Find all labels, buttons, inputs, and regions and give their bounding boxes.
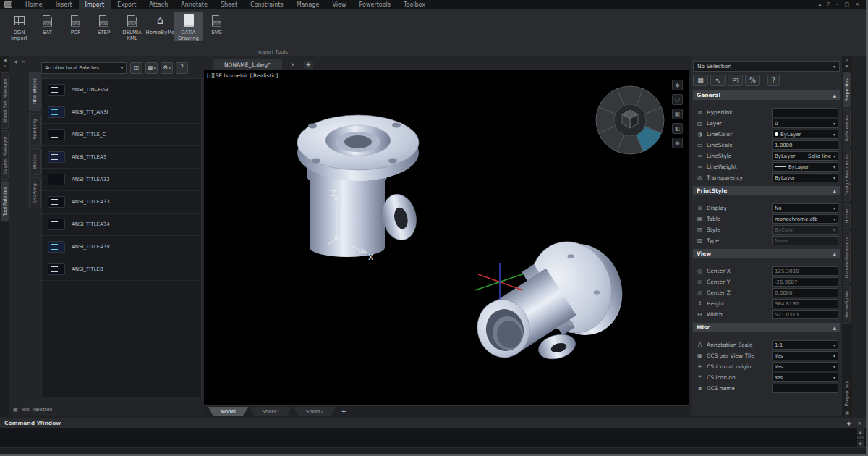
view-options-button[interactable]: ▦▾ [145,62,158,74]
close-icon[interactable]: × [22,59,25,64]
viewport-widget-button[interactable]: ◉ [672,138,683,148]
ribbon-tool-delmia-xml[interactable]: XMLDELMIA XML [118,12,146,41]
menu-tab-import[interactable]: Import [79,0,111,9]
model-flange-fitting-vertical[interactable] [297,115,420,257]
add-layout-button[interactable]: + [341,406,346,416]
list-item[interactable]: ANSI_TITLEA34 [42,214,201,236]
command-prompt[interactable]: : [0,447,866,454]
property-value-linecolor[interactable]: ByLayer▾ [772,130,838,139]
dock-tab-properties[interactable]: Properties [843,72,851,108]
close-icon[interactable]: × [3,64,7,68]
scroll-down-icon[interactable]: ▼ [857,440,864,447]
menu-tab-view[interactable]: View [326,0,353,9]
list-item[interactable]: ANSI_TITLEA3V [42,236,201,258]
property-value-display[interactable]: No▾ [772,203,838,213]
section-header-printstyle[interactable]: PrintStyle▲ [693,186,840,195]
dock-tab-tool-palettes[interactable]: Tool Palettes [1,181,9,222]
category-tab-drawing[interactable]: Drawing [29,177,41,208]
lookfrom-wheel[interactable] [592,82,668,159]
layout-tab-sheet2[interactable]: Sheet2 [294,407,336,416]
scrollbar-thumb[interactable] [857,436,864,439]
ribbon-tool-dgn-import[interactable]: DGN Import [5,12,33,41]
dock-tab-g-code-generator[interactable]: G-code Generator [843,230,851,284]
palette-set-dropdown[interactable]: Architectural Palettes ▾ [41,62,127,74]
menu-tab-powertools[interactable]: Powertools [352,0,397,9]
menu-tab-constraints[interactable]: Constraints [244,0,290,9]
help-button[interactable]: ? [176,62,188,74]
scroll-up-icon[interactable]: ▲ [857,428,864,435]
settings-gear-button[interactable]: ⚙▾ [161,62,173,74]
ribbon-tool-sat[interactable]: SATSAT [33,12,61,35]
ribbon-tool-pdf[interactable]: PDFPDF [61,12,90,35]
dock-tab-home[interactable]: Home [843,203,851,229]
property-value-lineweight[interactable]: ByLayer▾ [772,162,838,172]
pin-icon[interactable]: ◀ [14,59,17,64]
viewport-widget-button[interactable]: ▣ [672,109,683,119]
pick-filter-button[interactable]: % [745,75,760,86]
maximize-icon[interactable]: □ [845,0,850,9]
command-scrollbar[interactable]: ▲ ▼ [856,428,864,447]
property-value-transparency[interactable]: ByLayer▾ [772,173,838,182]
menu-tab-attach[interactable]: Attach [142,0,174,9]
save-button[interactable]: ◫ [130,62,142,74]
selection-dropdown[interactable]: No Selection ▾ [693,61,840,72]
dock-tab-design-resources[interactable]: Design Resources [843,148,851,202]
viewport-widget-button[interactable]: ○ [672,94,683,105]
property-value-table[interactable]: monochrome.ctb▾ [772,214,838,224]
property-value-cs-icon-on[interactable]: Yes▾ [772,373,838,382]
list-item[interactable]: ANSI_TIT_ANSI [42,101,201,124]
dock-tab-sheet-set-manager[interactable]: Sheet Set Manager [1,72,9,129]
ribbon-tool-catia-drawing[interactable]: CATIA Drawing [174,12,203,41]
layout-tab-sheet1[interactable]: Sheet1 [250,407,292,416]
ribbon-tool-homebyme[interactable]: ⌂HomeByMe [146,12,174,35]
property-value-cs-icon-at-origin[interactable]: Yes▾ [772,362,838,371]
layout-tab-model[interactable]: Model [208,407,248,416]
menu-tab-home[interactable]: Home [19,0,49,9]
property-value-linestyle[interactable]: ByLayerSolid line▾ [772,151,838,161]
menu-tab-annotate[interactable]: Annotate [174,0,214,9]
category-tab-blocks[interactable]: Blocks [29,148,41,175]
menu-tab-toolbox[interactable]: Toolbox [397,0,432,9]
pin-icon[interactable]: ▶ [846,64,848,68]
property-value-ccs-name[interactable] [772,384,838,393]
dock-tab-references[interactable]: References [843,109,851,147]
app-logo-icon[interactable] [4,1,12,8]
list-item[interactable]: ANSI_TITLEB [42,258,201,281]
section-header-misc[interactable]: Misc▲ [693,323,840,332]
viewport-widget-button[interactable]: ◧ [672,123,683,134]
dock-tab-layers-manager[interactable]: Layers Manager [1,130,9,180]
document-tab[interactable]: NONAME_1.dwg* [213,59,282,70]
ribbon-tool-svg[interactable]: SVGSVG [203,12,231,35]
list-item[interactable]: ANSI_TITLEA3 [42,146,201,169]
help-icon[interactable]: ? [827,0,830,9]
pin-icon[interactable]: ◆ [847,421,851,426]
select-window-button[interactable]: ◰ [728,75,743,86]
close-icon[interactable]: × [857,421,861,426]
section-header-view[interactable]: View▲ [693,249,840,258]
menu-tab-manage[interactable]: Manage [290,0,326,9]
ribbon-tool-step[interactable]: STPSTEP [90,12,118,35]
property-value-annotation-scale[interactable]: 1:1▾ [772,340,838,350]
property-value-hyperlink[interactable] [772,108,838,117]
help-button[interactable]: ? [767,75,780,86]
close-icon[interactable]: × [846,58,849,62]
select-cursor-button[interactable]: ↖ [710,75,726,86]
quick-select-button[interactable]: ▦ [693,75,708,86]
new-document-button[interactable]: + [304,61,313,69]
minimize-icon[interactable]: ‒ [835,0,838,9]
list-item[interactable]: ANSI_TITLEA32 [42,169,201,191]
collapse-ribbon-icon[interactable]: ▴ [819,0,822,9]
category-tab-title-blocks[interactable]: Title Blocks [29,72,41,111]
model-flange-fitting-horizontal[interactable] [473,227,635,363]
command-history[interactable]: ▲ ▼ [0,428,866,447]
section-header-general[interactable]: General▲ [693,90,840,100]
list-item[interactable]: ANSI_TINCHA3 [42,79,201,101]
property-value-layer[interactable]: 0▾ [772,119,838,128]
model-viewport[interactable]: [-][SE Isometric][Realistic] [204,70,689,405]
viewport-widget-button[interactable]: ◆ [672,80,683,90]
list-item[interactable]: ANSI_TITLE_C [42,124,201,146]
menu-tab-sheet[interactable]: Sheet [214,0,244,9]
close-document-icon[interactable]: × [288,62,298,68]
category-tab-plumbing[interactable]: Plumbing [29,113,41,146]
dock-tab-homebyme[interactable]: HomeByMe [843,285,851,324]
